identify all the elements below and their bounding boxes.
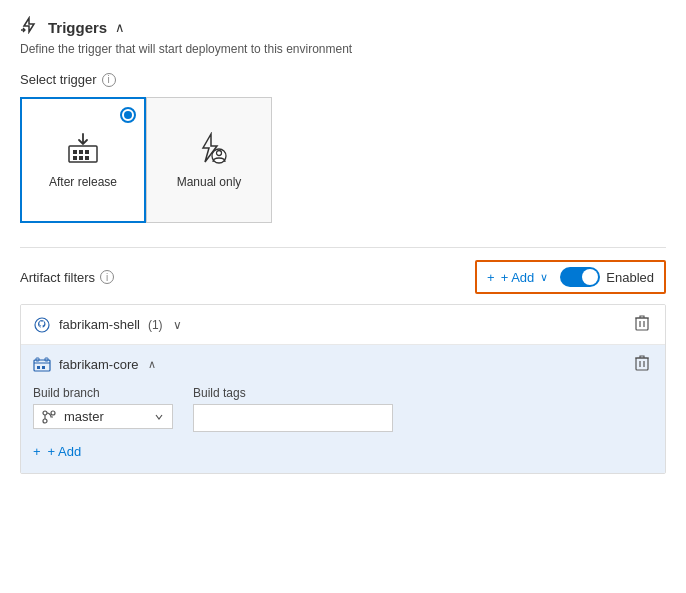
plus-icon: + <box>487 270 495 285</box>
artifact-filters-text: Artifact filters <box>20 270 95 285</box>
svg-rect-6 <box>85 156 89 160</box>
collapse-icon[interactable]: ∧ <box>115 20 125 35</box>
toggle-track <box>560 267 600 287</box>
core-expand-content: Build branch master <box>33 376 653 465</box>
build-tags-field: Build tags <box>193 386 393 432</box>
shell-expand-chevron[interactable]: ∨ <box>171 318 184 332</box>
shell-artifact-count: (1) <box>148 318 163 332</box>
svg-rect-20 <box>636 358 648 370</box>
build-branch-label: Build branch <box>33 386 173 400</box>
svg-rect-18 <box>37 366 40 369</box>
core-collapse-chevron[interactable]: ∧ <box>146 358 158 371</box>
artifact-row-fabrikam-core: fabrikam-core ∧ Build b <box>21 345 665 473</box>
artifact-row-main-shell: fabrikam-shell (1) ∨ <box>33 316 184 334</box>
svg-point-25 <box>43 419 47 423</box>
select-trigger-label: Select trigger <box>20 72 97 87</box>
trigger-cards-container: After release Manual only <box>20 97 666 223</box>
main-container: Triggers ∧ Define the trigger that will … <box>0 0 686 490</box>
core-delete-button[interactable] <box>631 353 653 376</box>
build-branch-value: master <box>64 409 150 424</box>
artifact-core-header: fabrikam-core ∧ <box>33 353 653 376</box>
core-form-row: Build branch master <box>33 386 653 432</box>
svg-rect-4 <box>73 156 77 160</box>
github-icon <box>33 316 51 334</box>
add-filter-row-button[interactable]: + + Add <box>33 442 81 461</box>
build-tags-label: Build tags <box>193 386 393 400</box>
add-enabled-group: + + Add ∨ Enabled <box>475 260 666 294</box>
add-label: + Add <box>501 270 535 285</box>
branch-select-chevron-icon <box>154 412 164 422</box>
section-divider <box>20 247 666 248</box>
trigger-card-manual-only[interactable]: Manual only <box>146 97 272 223</box>
svg-rect-3 <box>85 150 89 154</box>
build-branch-field: Build branch master <box>33 386 173 432</box>
trigger-card-after-release[interactable]: After release <box>20 97 146 223</box>
shell-delete-button[interactable] <box>631 313 653 336</box>
enabled-toggle[interactable]: Enabled <box>560 267 654 287</box>
branch-icon <box>42 410 56 424</box>
svg-rect-14 <box>34 360 50 371</box>
add-chevron-icon: ∨ <box>540 271 548 284</box>
artifact-list: fabrikam-shell (1) ∨ <box>20 304 666 474</box>
add-row-label: + Add <box>48 444 82 459</box>
after-release-icon <box>65 132 101 167</box>
section-title: Triggers <box>48 19 107 36</box>
artifact-row-fabrikam-shell: fabrikam-shell (1) ∨ <box>21 305 665 345</box>
after-release-label: After release <box>49 175 117 189</box>
svg-rect-1 <box>73 150 77 154</box>
add-row-plus-icon: + <box>33 444 41 459</box>
core-artifact-name: fabrikam-core <box>59 357 138 372</box>
section-subtitle: Define the trigger that will start deplo… <box>20 42 666 56</box>
svg-point-26 <box>51 411 55 415</box>
manual-only-label: Manual only <box>177 175 242 189</box>
svg-rect-2 <box>79 150 83 154</box>
svg-rect-19 <box>42 366 45 369</box>
artifact-filters-header: Artifact filters i + + Add ∨ Enabled <box>20 260 666 294</box>
shell-artifact-name: fabrikam-shell <box>59 317 140 332</box>
toggle-thumb <box>582 269 598 285</box>
build-icon <box>33 356 51 374</box>
artifact-row-main-core: fabrikam-core ∧ <box>33 356 158 374</box>
triggers-icon <box>20 16 40 38</box>
manual-only-icon <box>191 132 227 167</box>
add-artifact-button[interactable]: + + Add ∨ <box>487 270 548 285</box>
radio-after-release <box>120 107 136 123</box>
svg-rect-10 <box>636 318 648 330</box>
build-branch-select[interactable]: master <box>33 404 173 429</box>
artifact-filters-info-icon[interactable]: i <box>100 270 114 284</box>
select-trigger-info-icon[interactable]: i <box>102 73 116 87</box>
toggle-label: Enabled <box>606 270 654 285</box>
build-tags-input[interactable] <box>193 404 393 432</box>
section-header: Triggers ∧ <box>20 16 666 38</box>
artifact-label-group: Artifact filters i <box>20 270 114 285</box>
svg-point-24 <box>43 411 47 415</box>
svg-rect-5 <box>79 156 83 160</box>
select-trigger-row: Select trigger i <box>20 72 666 87</box>
